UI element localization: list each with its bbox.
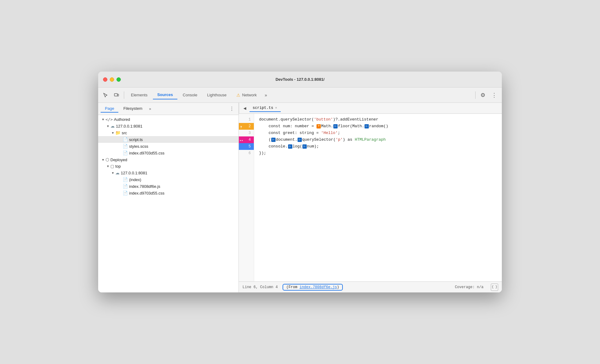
src-arrow: ▼ xyxy=(110,131,115,135)
coverage-label: Coverage: n/a xyxy=(455,285,483,289)
src-label: src xyxy=(122,131,127,135)
pretty-print-icon[interactable]: { } xyxy=(491,284,498,291)
src-folder-icon: 📁 xyxy=(115,130,120,135)
settings-icon[interactable]: ⚙ xyxy=(478,91,488,100)
subtab-filesystem[interactable]: Filesystem xyxy=(119,105,146,113)
maximize-button[interactable] xyxy=(117,77,121,82)
index-label: (index) xyxy=(129,177,141,182)
indexjs-icon: 📄 xyxy=(123,184,128,189)
toolbar-divider xyxy=(124,91,124,99)
cursor-position: Line 6, Column 4 xyxy=(243,285,278,289)
titlebar: DevTools - 127.0.0.1:8081/ xyxy=(98,72,502,87)
file-tabs-bar: ◀ script.ts × xyxy=(239,103,502,114)
top-label: top xyxy=(115,164,121,169)
server1-icon: ☁ xyxy=(110,124,115,128)
deployed-icon: ⬡ xyxy=(106,157,109,162)
code-line-1: document.querySelector('button')?.addEve… xyxy=(259,116,497,123)
server1-label: 127.0.0.1:8081 xyxy=(116,124,143,128)
source-link[interactable]: index.7808df6e.js xyxy=(299,285,337,289)
deployed-label: Deployed xyxy=(110,158,127,162)
sources-subtoolbar: Page Filesystem » ⋮ xyxy=(98,103,239,115)
scriptts-icon: 📄 xyxy=(123,137,128,142)
devtools-window: DevTools - 127.0.0.1:8081/ Elements Sour… xyxy=(98,72,502,292)
code-line-6: }); xyxy=(259,150,497,157)
deployed-arrow: ▼ xyxy=(101,158,106,162)
minimize-button[interactable] xyxy=(110,77,114,82)
indexcss2-icon: 📄 xyxy=(123,191,128,195)
indexjs-label: index.7808df6e.js xyxy=(129,184,160,189)
file-tab-close-icon[interactable]: × xyxy=(275,106,278,110)
indexcss-icon: 📄 xyxy=(123,150,128,155)
file-tree-panel: Page Filesystem » ⋮ ▼ </> Authored xyxy=(98,103,239,292)
tree-index[interactable]: 📄 (index) xyxy=(98,176,239,183)
code-line-5: console.▷log(▷num); xyxy=(259,143,497,150)
code-line-4: (▷document.▷querySelector('p') as HTMLPa… xyxy=(259,136,497,143)
more-tabs-button[interactable]: » xyxy=(262,93,270,98)
tab-console[interactable]: Console xyxy=(179,91,202,99)
main-content: Page Filesystem » ⋮ ▼ </> Authored xyxy=(98,103,502,292)
tree-server1[interactable]: ▼ ☁ 127.0.0.1:8081 xyxy=(98,123,239,129)
inspect-element-icon[interactable] xyxy=(101,90,110,100)
file-tab-name: script.ts xyxy=(253,106,273,110)
file-tree-items: ▼ </> Authored ▼ ☁ 127.0.0.1:8081 ▼ 📁 sr… xyxy=(98,115,239,292)
source-link-badge[interactable]: (From index.7808df6e.js) xyxy=(283,284,343,291)
tree-src[interactable]: ▼ 📁 src xyxy=(98,129,239,136)
main-toolbar: Elements Sources Console Lighthouse ⚠ Ne… xyxy=(98,87,502,103)
line-numbers: 1 ? 2 3 •• 4 5 6 xyxy=(239,114,254,281)
code-area[interactable]: 1 ? 2 3 •• 4 5 6 xyxy=(239,114,502,281)
subtab-more-icon[interactable]: » xyxy=(147,106,153,112)
server1-arrow: ▼ xyxy=(106,124,110,128)
code-editor[interactable]: ◀ script.ts × 1 ? 2 3 •• xyxy=(239,103,502,292)
stylesscss-icon: 📄 xyxy=(123,144,128,149)
close-button[interactable] xyxy=(103,77,107,82)
indexcss-label: index.d9703d55.css xyxy=(129,151,165,155)
top-arrow: ▼ xyxy=(106,165,110,168)
line-num-4[interactable]: •• 4 xyxy=(239,136,254,143)
server2-arrow: ▼ xyxy=(110,171,115,175)
more-options-icon[interactable]: ⋮ xyxy=(489,91,499,100)
tree-deployed[interactable]: ▼ ⬡ Deployed xyxy=(98,156,239,163)
line-num-5[interactable]: 5 xyxy=(239,143,254,150)
indexcss2-label: index.d9703d55.css xyxy=(129,191,165,195)
scriptts-label: script.ts xyxy=(129,137,143,142)
file-tab-scriptts[interactable]: script.ts × xyxy=(250,105,281,112)
tree-authored[interactable]: ▼ </> Authored xyxy=(98,116,239,123)
server2-label: 127.0.0.1:8081 xyxy=(121,171,147,175)
line-num-1: 1 xyxy=(239,116,254,123)
window-title: DevTools - 127.0.0.1:8081/ xyxy=(276,77,324,82)
line-num-6: 6 xyxy=(239,150,254,157)
source-suffix: ) xyxy=(337,285,339,289)
stylesscss-label: styles.scss xyxy=(129,144,148,149)
tree-stylesscss[interactable]: 📄 styles.scss xyxy=(98,143,239,150)
server2-icon: ☁ xyxy=(115,170,120,175)
tree-server2[interactable]: ▼ ☁ 127.0.0.1:8081 xyxy=(98,169,239,176)
subtab-page[interactable]: Page xyxy=(101,105,118,113)
authored-label: Authored xyxy=(114,117,130,122)
authored-icon: </> xyxy=(106,117,113,122)
top-icon: ▢ xyxy=(110,164,114,169)
tree-indexcss[interactable]: 📄 index.d9703d55.css xyxy=(98,150,239,156)
tab-elements[interactable]: Elements xyxy=(127,91,152,99)
line-num-2[interactable]: ? 2 xyxy=(239,123,254,130)
subtab-dots-icon[interactable]: ⋮ xyxy=(228,105,236,113)
tree-indexjs[interactable]: 📄 index.7808df6e.js xyxy=(98,183,239,190)
line-num-3: 3 xyxy=(239,130,254,136)
tab-sources[interactable]: Sources xyxy=(153,91,177,99)
code-line-3: const greet: string = 'Hello'; xyxy=(259,130,497,136)
svg-rect-0 xyxy=(114,94,117,96)
traffic-lights xyxy=(103,77,121,82)
tab-network[interactable]: ⚠ Network xyxy=(232,91,261,99)
code-lines[interactable]: document.querySelector('button')?.addEve… xyxy=(254,114,502,281)
source-text: (From xyxy=(286,285,299,289)
device-toolbar-icon[interactable] xyxy=(112,90,121,100)
tree-indexcss2[interactable]: 📄 index.d9703d55.css xyxy=(98,190,239,196)
tree-top[interactable]: ▼ ▢ top xyxy=(98,163,239,169)
authored-arrow: ▼ xyxy=(101,118,106,121)
tab-lighthouse[interactable]: Lighthouse xyxy=(203,91,231,99)
status-bar: Line 6, Column 4 (From index.7808df6e.js… xyxy=(239,281,502,292)
tree-scriptts[interactable]: 📄 script.ts xyxy=(98,136,239,143)
sources-sidebar-icon[interactable]: ◀ xyxy=(240,104,249,113)
svg-rect-1 xyxy=(117,94,119,96)
toolbar-divider-2 xyxy=(475,91,476,99)
warning-icon: ⚠ xyxy=(236,93,240,98)
